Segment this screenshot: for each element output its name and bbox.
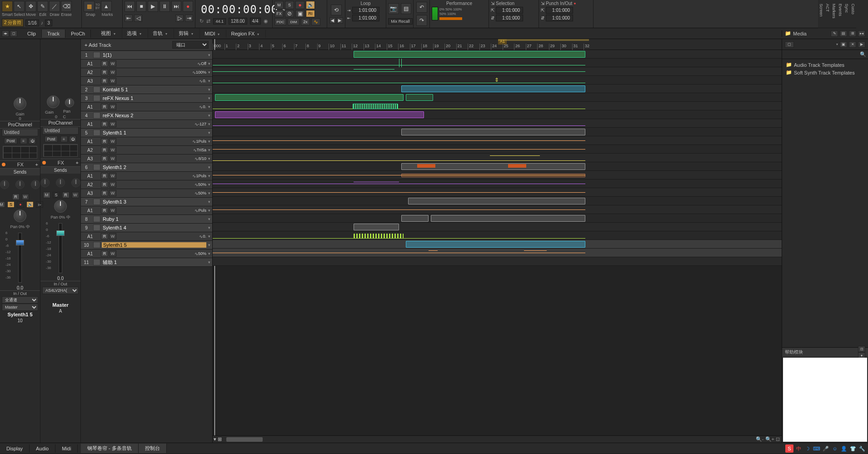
- scene-button[interactable]: ▤: [401, 3, 412, 14]
- track-menu-icon[interactable]: ▾: [206, 217, 212, 221]
- dim-button[interactable]: DIM: [288, 18, 299, 25]
- sel-link-icon[interactable]: ⇵: [491, 15, 494, 20]
- tb-sogou-icon[interactable]: S: [785, 444, 793, 453]
- auto-write-button[interactable]: W: [109, 69, 116, 75]
- track-name[interactable]: Ruby 1: [102, 216, 206, 222]
- auto-menu-icon[interactable]: ▾: [206, 79, 212, 83]
- vtab-act[interactable]: ACT: [824, 0, 831, 28]
- track-menu-icon[interactable]: ▾: [206, 260, 212, 264]
- timecode-display[interactable]: 00:00:00:00: [197, 3, 282, 16]
- timeline-lane[interactable]: [213, 188, 782, 197]
- timeline-lane[interactable]: [213, 240, 782, 249]
- track-name[interactable]: Sylenth1 2: [102, 165, 206, 170]
- timeline-lane[interactable]: [213, 128, 782, 136]
- vtab-sync[interactable]: Sync: [843, 0, 850, 28]
- goto-start-button[interactable]: ⇤: [125, 15, 133, 22]
- play-button[interactable]: ▶: [148, 1, 158, 12]
- clip[interactable]: [215, 94, 404, 101]
- track-automation-row[interactable]: A2 R W ∿ 50% ▾: [81, 180, 212, 189]
- timeline-lane[interactable]: [213, 67, 782, 76]
- insp-s[interactable]: S: [7, 201, 15, 208]
- auto-read-button[interactable]: R: [101, 155, 108, 162]
- browser-tree[interactable]: 📁Audio Track Templates 📁Soft Synth Track…: [782, 59, 868, 347]
- forward-button[interactable]: ⏭: [171, 1, 182, 12]
- browser-del[interactable]: ✕: [849, 41, 856, 48]
- automation-line[interactable]: [213, 109, 585, 109]
- track-header-5[interactable]: 5 Sylenth1 1 ▾: [81, 129, 212, 137]
- track-name[interactable]: reFX Nexus 1: [102, 95, 206, 101]
- vtab-screen[interactable]: Screen: [818, 0, 824, 28]
- tab-proch[interactable]: ProCh: [65, 30, 91, 38]
- track-header-10[interactable]: 10 Sylenth1 5 ▾: [81, 241, 212, 249]
- auto-read-button[interactable]: R: [101, 233, 108, 239]
- auto-menu-icon[interactable]: ▾: [206, 251, 212, 256]
- menu-tracks[interactable]: 音轨: [148, 29, 174, 38]
- auto-write-button[interactable]: W: [109, 121, 116, 127]
- auto-menu-icon[interactable]: ▾: [206, 156, 212, 161]
- tab-display[interactable]: Display: [0, 444, 30, 453]
- track-name[interactable]: 1(1): [102, 52, 206, 58]
- clip[interactable]: [401, 85, 585, 92]
- browser-opt2[interactable]: ▤: [840, 30, 847, 37]
- track-header-4[interactable]: 4 reFX Nexus 2 ▾: [81, 111, 212, 120]
- doc-tab-pianoroll[interactable]: 钢琴卷帘 - 多条音轨: [81, 444, 139, 453]
- auto-menu-icon[interactable]: ▾: [206, 70, 212, 75]
- auto-menu-icon[interactable]: ▾: [206, 234, 212, 239]
- track-header-3[interactable]: 3 reFX Nexus 1 ▾: [81, 94, 212, 103]
- tb-ime-icon[interactable]: 中: [794, 444, 803, 453]
- clip[interactable]: [431, 215, 585, 222]
- automation-line[interactable]: [213, 160, 585, 161]
- auto-write-button[interactable]: W: [109, 147, 116, 153]
- auto-menu-icon[interactable]: ▾: [206, 148, 212, 152]
- track-header-9[interactable]: 9 Sylenth1 4 ▾: [81, 224, 212, 232]
- track-automation-row[interactable]: A1 R W ∿ 50% ▾: [81, 249, 212, 258]
- pause-button[interactable]: ⏸: [160, 1, 170, 12]
- timeline-lane[interactable]: [213, 136, 782, 145]
- timeline-lane[interactable]: [213, 59, 782, 67]
- track-automation-row[interactable]: A1 R W ∿ Off ▾: [81, 60, 212, 68]
- auto-read-button[interactable]: R: [101, 78, 108, 84]
- auto-read-button[interactable]: R: [101, 207, 108, 214]
- track-automation-row[interactable]: A1 R W ∿ 1Puls ▾: [81, 137, 212, 146]
- tab-clip[interactable]: Clip: [22, 30, 42, 38]
- erase-tool-button[interactable]: ⌫: [61, 1, 72, 12]
- track-name[interactable]: Sylenth1 5: [102, 242, 206, 248]
- pan-knob-2[interactable]: [65, 98, 74, 107]
- snap-value-display[interactable]: 1/16: [25, 20, 39, 26]
- clip[interactable]: [354, 51, 585, 58]
- tb-moon-icon[interactable]: ☽: [803, 444, 812, 453]
- automation-line[interactable]: [213, 192, 585, 193]
- sample-rate[interactable]: 44.1: [213, 18, 226, 25]
- track-menu-icon[interactable]: ▾: [206, 53, 212, 57]
- eq-toggle[interactable]: ≡: [20, 138, 27, 144]
- h-scrollbar[interactable]: ▾ ⊞ 🔍- 🔍+ ⊡: [213, 435, 782, 443]
- timeline-area[interactable]: A1 0001234567891011121314151617181920212…: [213, 39, 782, 443]
- ripple-prev[interactable]: ◄: [329, 17, 336, 24]
- x2-button[interactable]: 2x: [301, 18, 310, 25]
- timeline-lane[interactable]: [213, 154, 782, 162]
- eq-display[interactable]: [3, 146, 37, 159]
- timeline-lane[interactable]: [213, 110, 782, 119]
- track-automation-row[interactable]: A1 R W ∿ -127 ▾: [81, 120, 212, 129]
- screenshot-button[interactable]: 📷: [388, 3, 399, 14]
- tree-item-synth-templates[interactable]: 📁Soft Synth Track Templates: [784, 69, 866, 76]
- automation-line[interactable]: [213, 140, 585, 141]
- timeline-lane[interactable]: [213, 50, 782, 59]
- mute-button[interactable]: M: [274, 1, 284, 9]
- track-header-6[interactable]: 6 Sylenth1 2 ▾: [81, 163, 212, 172]
- track-menu-icon[interactable]: ▾: [206, 87, 212, 92]
- automation-line[interactable]: [213, 149, 585, 150]
- send1-knob[interactable]: [0, 180, 9, 189]
- auto-write-button[interactable]: W: [109, 250, 116, 257]
- timeline-lane[interactable]: [213, 145, 782, 154]
- arm-button[interactable]: ●: [295, 1, 304, 9]
- port-select[interactable]: 端口: [172, 41, 209, 49]
- track-header-1[interactable]: 1 1(1) ▾: [81, 51, 212, 60]
- mix-recall-select[interactable]: Mix Recall: [388, 18, 413, 25]
- automation-line[interactable]: [213, 210, 585, 210]
- post-button[interactable]: Post: [4, 138, 17, 144]
- auto-menu-icon[interactable]: ▾: [206, 208, 212, 213]
- auto-menu-icon[interactable]: ▾: [206, 182, 212, 187]
- send3-knob[interactable]: [31, 180, 40, 189]
- gain-knob-2[interactable]: [47, 95, 60, 108]
